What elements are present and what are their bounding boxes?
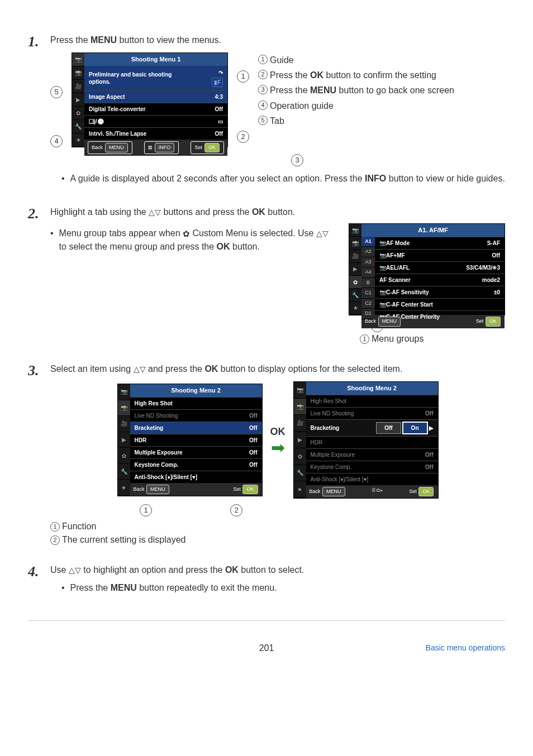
subtab[interactable]: A3 [361,257,375,268]
tab-icon[interactable]: ✿ [118,448,130,464]
tab-icon[interactable]: 🔧 [294,465,306,482]
set-button[interactable]: Set OK [233,485,258,495]
tab-icon[interactable]: ★ [72,133,84,147]
tab-icon[interactable]: ✿ [72,107,84,120]
set-button[interactable]: Set OK [476,317,501,327]
subtab[interactable]: C1 [361,288,375,299]
tab-icon[interactable]: 🔧 [349,289,361,302]
tab-icon[interactable]: ▶ [349,263,361,276]
subtab[interactable]: A1 [361,237,375,247]
menu-title: Shooting Menu 1 [84,53,227,66]
option-off[interactable]: Off [376,422,401,434]
tab-icon[interactable]: 📸 [294,399,306,415]
back-button[interactable]: Back MENU [88,141,132,155]
menu-row[interactable]: Keystone Comp.Off [130,458,262,471]
step2-bullet: Menu group tabs appear when ✿ Custom Men… [59,227,335,253]
tab-icon[interactable]: 🔧 [118,464,130,480]
menu-row-bracketing[interactable]: Bracketing Off On ▶ [306,419,438,436]
back-button[interactable]: Back MENU [310,487,346,497]
tab-icon[interactable]: 📷 [349,224,361,237]
menu-row[interactable]: Intrvl. Sh./Time LapseOff [84,127,227,140]
step4-bullet: Press the MENU button repeatedly to exit… [70,581,277,595]
menu-row[interactable]: Anti-Shock [♦]/Silent [♥] [130,471,262,483]
option-on[interactable]: On [402,422,428,434]
menu-row[interactable]: HDROff [130,434,262,446]
hint-arrow-icon: ↷ [218,69,223,76]
tab-icon[interactable]: ▶ [294,432,306,448]
step-number: 1. [28,34,50,50]
tab-icon[interactable]: 📸 [349,237,361,250]
menu-row[interactable]: Digital Tele-converterOff [84,103,227,115]
tab-icon[interactable]: ✿ [294,448,306,465]
step1-note: A guide is displayed about 2 seconds aft… [70,172,505,185]
set-button[interactable]: Set OK [191,141,224,155]
menu-row[interactable]: AF Scannermode2 [375,274,505,286]
tab-icon[interactable]: 📷 [294,382,306,399]
quality-icon: ▮F [212,78,223,87]
menu-row[interactable]: 📷AF+MFOff [375,249,505,261]
tab-icon[interactable]: ▶ [118,432,130,448]
step-1: 1. Press the MENU button to view the men… [28,34,505,189]
menu-row[interactable]: ❑j/🕒▭ [84,115,227,127]
tab-icon[interactable]: 🔧 [72,120,84,133]
menu-hint: Preliminary and basic shooting options. [89,71,178,85]
subtab[interactable]: C2 [361,299,375,309]
tab-icon[interactable]: ✿ [349,276,361,289]
tab-icon[interactable]: 📷 [72,53,84,66]
tab-icon[interactable]: 🎥 [294,415,306,432]
chevron-right-icon: ▶ [429,424,434,432]
shooting-menu-2-left: 📷 📸 🎥 ▶ ✿ 🔧 ★ Shooting Menu 2 High Res S… [117,384,263,496]
step-2: 2. Highlight a tab using the △▽ buttons … [28,205,505,346]
tab-icon[interactable]: 📸 [72,66,84,80]
tab-icon[interactable]: ★ [118,480,130,496]
tab-icon[interactable]: 📸 [118,400,130,417]
callout-3: 3 [291,154,303,166]
arrow-right-icon: ➡ [271,439,285,456]
legend-current-setting: The current setting is displayed [62,535,185,544]
back-button[interactable]: Back MENU [134,485,170,495]
shooting-menu-1: 📷 📸 🎥 ▶ ✿ 🔧 ★ Shooting Menu 1 Preliminar… [72,52,228,147]
menu-row[interactable]: 📷AF ModeS-AF [375,237,505,249]
legend-menu-groups: Menu groups [372,334,423,343]
menu-row: HDR [306,436,438,448]
callout-4: 4 [50,135,63,147]
menu-row[interactable]: 📷C-AF Sensitivity±0 [375,286,505,298]
menu-row[interactable]: BracketingOff [130,422,262,434]
subtab[interactable]: A4 [361,267,375,278]
step1-intro: Press the MENU button to view the menus. [50,34,505,47]
info-button[interactable]: ⊠ INFO [144,141,179,155]
menu-row: Live ND ShootingOff [130,409,262,422]
set-button[interactable]: Set OK [409,487,434,497]
step2-intro: Highlight a tab using the △▽ buttons and… [50,205,505,219]
tab-icon[interactable]: ★ [294,481,306,498]
tab-icon[interactable]: 📷 [118,384,130,400]
subtab[interactable]: A2 [361,247,375,257]
menu-row[interactable]: Multiple ExposureOff [130,446,262,458]
footer-link[interactable]: Basic menu operations [426,643,505,652]
menu-row: Multiple ExposureOff [306,448,438,461]
menu-row: High Res Shot [306,395,438,407]
step4-intro: Use △▽ to highlight an option and press … [50,563,505,577]
step-number: 4. [28,563,50,580]
menu-row[interactable]: 📷AEL/AFLS3/C4/M3/✳3 [375,261,505,274]
tab-icon[interactable]: 🎥 [349,250,361,263]
subtab[interactable]: B [361,278,375,289]
menu-row[interactable]: Image Aspect4:3 [84,90,227,103]
back-button[interactable]: Back MENU [365,317,401,327]
menu-row: Anti-Shock [♦]/Silent [♥] [306,473,438,485]
tab-icon[interactable]: 🎥 [118,416,130,432]
menu-title: A1. AF/MF [361,224,505,237]
tab-icon[interactable]: ★ [349,302,361,315]
callout-2: 2 [230,504,242,516]
menu-row[interactable]: 📷C-AF Center Start [375,298,505,310]
menu-row: Keystone Comp.Off [306,461,438,473]
menu-row[interactable]: High Res Shot [130,397,262,409]
callout-1: 1 [140,504,152,516]
tab-icon[interactable]: ▶ [72,93,84,107]
legend-function: Function [62,521,96,531]
tab-icon[interactable]: 🎥 [72,80,84,93]
menu-row: Live ND ShootingOff [306,407,438,419]
menu-title: Shooting Menu 2 [306,382,438,395]
callout-2: 2 [237,131,249,143]
step-4: 4. Use △▽ to highlight an option and pre… [28,563,505,598]
